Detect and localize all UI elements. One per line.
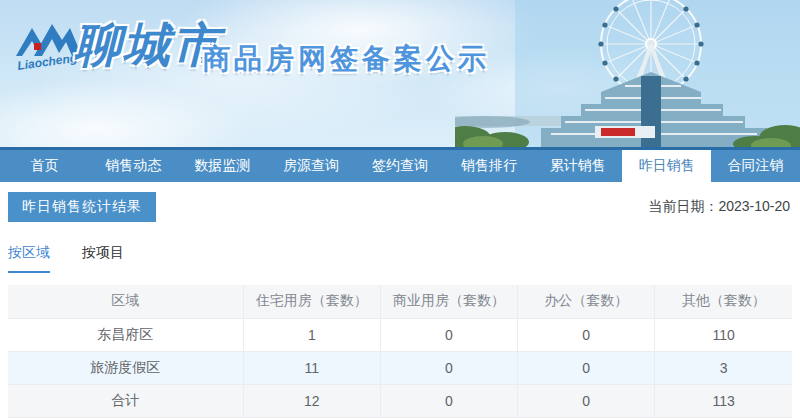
value-cell: 3 [655,351,792,384]
sales-table: 区域住宅用房（套数）商业用房（套数）办公（套数）其他（套数） 东昌府区10011… [8,285,792,418]
date-value: 2023-10-20 [718,198,790,214]
tab-按项目[interactable]: 按项目 [82,244,124,273]
value-cell: 1 [243,318,380,351]
nav-item-数据监测[interactable]: 数据监测 [178,150,267,182]
table-row: 旅游度假区11003 [8,351,792,384]
value-cell: 0 [380,351,517,384]
site-title: 商品房网签备案公示 [202,40,490,78]
tab-按区域[interactable]: 按区域 [8,244,50,273]
current-date: 当前日期：2023-10-20 [648,198,792,216]
city-name: 聊城市 [74,14,221,77]
value-cell: 113 [655,384,792,417]
value-cell: 0 [518,318,655,351]
column-header: 住宅用房（套数） [243,285,380,318]
region-cell: 合计 [8,384,243,417]
nav-item-销售动态[interactable]: 销售动态 [89,150,178,182]
title-row: 昨日销售统计结果 当前日期：2023-10-20 [8,192,792,222]
date-label: 当前日期： [648,198,718,214]
value-cell: 0 [518,384,655,417]
column-header: 办公（套数） [518,285,655,318]
table-row: 合计1200113 [8,384,792,417]
svg-text:Liaocheng: Liaocheng [16,51,78,73]
value-cell: 110 [655,318,792,351]
nav-item-房源查询[interactable]: 房源查询 [267,150,356,182]
content-area: 昨日销售统计结果 当前日期：2023-10-20 按区域按项目 区域住宅用房（套… [0,182,800,418]
ferris-wheel-image [455,0,800,147]
site-banner: Liaocheng 聊城市 商品房网签备案公示 [0,0,800,147]
value-cell: 0 [518,351,655,384]
value-cell: 0 [380,384,517,417]
nav-item-销售排行[interactable]: 销售排行 [444,150,533,182]
nav-item-签约查询[interactable]: 签约查询 [356,150,445,182]
value-cell: 12 [243,384,380,417]
main-nav: 首页销售动态数据监测房源查询签约查询销售排行累计销售昨日销售合同注销 [0,147,800,182]
region-cell: 旅游度假区 [8,351,243,384]
nav-item-合同注销[interactable]: 合同注销 [711,150,800,182]
column-header: 其他（套数） [655,285,792,318]
nav-item-首页[interactable]: 首页 [0,150,89,182]
column-header: 区域 [8,285,243,318]
section-title-badge: 昨日销售统计结果 [8,192,156,222]
region-cell: 东昌府区 [8,318,243,351]
value-cell: 0 [380,318,517,351]
column-header: 商业用房（套数） [380,285,517,318]
table-row: 东昌府区100110 [8,318,792,351]
view-tabs: 按区域按项目 [8,244,792,273]
nav-item-累计销售[interactable]: 累计销售 [533,150,622,182]
table-header-row: 区域住宅用房（套数）商业用房（套数）办公（套数）其他（套数） [8,285,792,318]
nav-item-昨日销售[interactable]: 昨日销售 [622,150,711,182]
value-cell: 11 [243,351,380,384]
